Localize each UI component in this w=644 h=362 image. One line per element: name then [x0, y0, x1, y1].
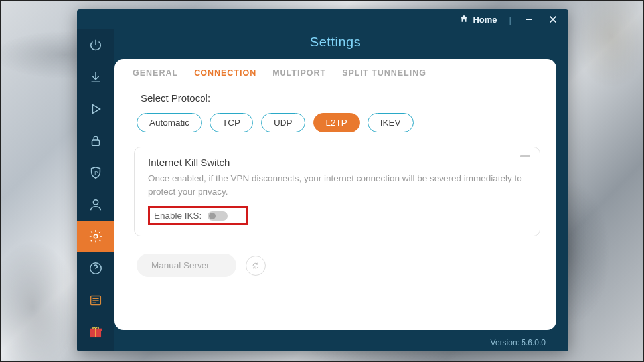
- svg-point-4: [94, 234, 98, 238]
- protocol-ikev[interactable]: IKEV: [368, 113, 414, 132]
- sidebar-item-lock[interactable]: [77, 125, 114, 157]
- news-icon: [88, 293, 103, 308]
- power-icon: [88, 38, 103, 52]
- minimize-button[interactable]: [523, 15, 535, 24]
- sidebar-item-play[interactable]: [77, 93, 114, 125]
- enable-iks-label: Enable IKS:: [154, 211, 201, 221]
- sidebar-item-gift[interactable]: [77, 316, 114, 348]
- sidebar-item-help[interactable]: [77, 252, 114, 284]
- sidebar-item-user[interactable]: [77, 189, 114, 221]
- app-window: Home | IP: [77, 9, 568, 351]
- play-icon: [88, 102, 103, 116]
- sidebar-item-power[interactable]: [77, 29, 114, 61]
- home-label: Home: [473, 15, 497, 25]
- select-protocol-label: Select Protocol:: [141, 92, 540, 104]
- protocol-tcp[interactable]: TCP: [210, 113, 253, 132]
- tab-connection[interactable]: CONNECTION: [194, 68, 256, 78]
- protocol-options: Automatic TCP UDP L2TP IKEV: [137, 113, 540, 132]
- sidebar-item-news[interactable]: [77, 284, 114, 316]
- svg-text:IP: IP: [94, 171, 98, 175]
- page-title: Settings: [114, 29, 556, 59]
- sidebar: IP: [77, 29, 114, 351]
- protocol-l2tp[interactable]: L2TP: [313, 113, 360, 132]
- settings-panel: GENERAL CONNECTION MULTIPORT SPLIT TUNNE…: [114, 59, 556, 330]
- version-label: Version: 5.6.0.0: [114, 335, 556, 351]
- collapse-button[interactable]: [520, 155, 530, 157]
- help-icon: [88, 261, 103, 276]
- ip-shield-icon: IP: [88, 165, 103, 180]
- titlebar: Home |: [77, 9, 568, 29]
- sidebar-item-ip[interactable]: IP: [77, 157, 114, 189]
- protocol-udp[interactable]: UDP: [261, 113, 305, 132]
- settings-tabs: GENERAL CONNECTION MULTIPORT SPLIT TUNNE…: [133, 68, 540, 78]
- lock-icon: [88, 134, 103, 148]
- enable-iks-toggle[interactable]: [208, 211, 228, 221]
- user-icon: [88, 197, 103, 212]
- tab-multiport[interactable]: MULTIPORT: [272, 68, 326, 78]
- home-button[interactable]: Home: [459, 14, 497, 25]
- kill-switch-description: Once enabled, if the VPN disconnects, yo…: [148, 172, 526, 198]
- manual-server-refresh[interactable]: [246, 256, 266, 276]
- close-button[interactable]: [547, 15, 559, 24]
- highlight-box: Enable IKS:: [148, 206, 248, 225]
- kill-switch-card: Internet Kill Switch Once enabled, if th…: [134, 147, 540, 236]
- sidebar-item-download[interactable]: [77, 61, 114, 93]
- sidebar-item-settings[interactable]: [77, 221, 114, 252]
- svg-point-3: [93, 200, 98, 205]
- tab-general[interactable]: GENERAL: [133, 68, 178, 78]
- manual-server-button[interactable]: Manual Server: [137, 254, 236, 277]
- tab-split-tunneling[interactable]: SPLIT TUNNELING: [342, 68, 426, 78]
- svg-rect-1: [92, 140, 100, 145]
- download-icon: [88, 70, 103, 84]
- titlebar-separator: |: [509, 15, 511, 25]
- gear-icon: [88, 229, 103, 244]
- gift-icon: [88, 325, 103, 339]
- kill-switch-title: Internet Kill Switch: [148, 157, 526, 168]
- home-icon: [459, 14, 469, 25]
- refresh-icon: [252, 262, 260, 270]
- protocol-automatic[interactable]: Automatic: [137, 113, 202, 132]
